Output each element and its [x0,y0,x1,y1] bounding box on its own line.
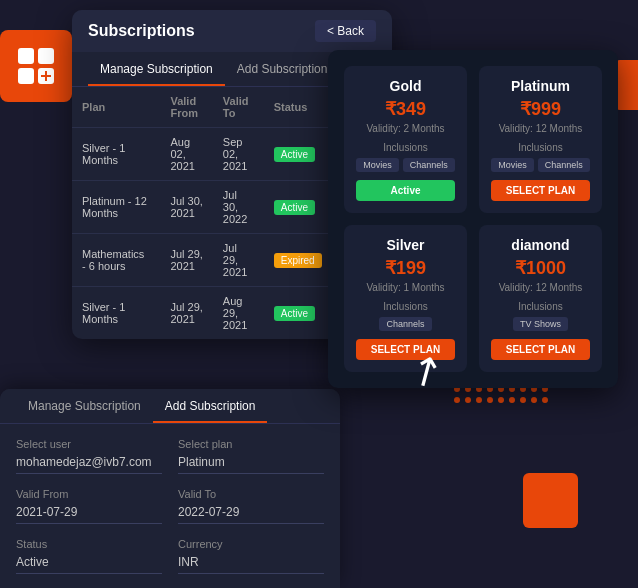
plan-card: Platinum ₹999 Validity: 12 Months Inclus… [479,66,602,213]
dot-decoration [454,386,548,403]
plan-name: Silver [356,237,455,253]
plan-validity: Validity: 12 Months [491,282,590,293]
status-badge: Active [274,147,315,162]
plan-tags: MoviesChannels [491,158,590,172]
plan-validity: Validity: 12 Months [491,123,590,134]
form-field-label: Status [16,538,162,550]
plan-tag: Channels [403,158,455,172]
col-status: Status [264,87,332,128]
inclusions-label: Inclusions [356,142,455,153]
form-field-label: Currency [178,538,324,550]
grid-cell-2 [38,48,54,64]
plan-name: Gold [356,78,455,94]
cell-status: Active [264,287,332,340]
cell-plan: Silver - 1 Months [72,128,160,181]
form-field: Status Active [16,538,162,574]
add-subscription-panel: Manage Subscription Add Subscription Sel… [0,389,340,588]
dot-14 [498,397,504,403]
col-plan: Plan [72,87,160,128]
cell-plan: Silver - 1 Months [72,287,160,340]
add-panel-tabs: Manage Subscription Add Subscription [0,389,340,424]
inclusions-label: Inclusions [491,301,590,312]
dot-15 [509,397,515,403]
plan-tag: TV Shows [513,317,568,331]
plan-price: ₹199 [356,257,455,279]
cell-valid-to: Jul 30, 2022 [213,181,264,234]
cell-plan: Mathematics - 6 hours [72,234,160,287]
cell-valid-from: Jul 29, 2021 [160,234,212,287]
cell-plan: Platinum - 12 Months [72,181,160,234]
accent-bar-right [616,60,638,110]
plan-select-button[interactable]: SELECT PLAN [491,339,590,360]
tab-add-subscription[interactable]: Add Subscription [225,52,340,86]
cell-valid-to: Sep 02, 2021 [213,128,264,181]
plans-panel: Gold ₹349 Validity: 2 Months Inclusions … [328,50,618,388]
form-field-value[interactable]: mohamedejaz@ivb7.com [16,455,162,474]
dot-17 [531,397,537,403]
plan-tag: Movies [491,158,534,172]
plan-card: Gold ₹349 Validity: 2 Months Inclusions … [344,66,467,213]
form-field-label: Select user [16,438,162,450]
grid-cell-1 [18,48,34,64]
cell-valid-from: Jul 30, 2021 [160,181,212,234]
form-field-value[interactable]: Active [16,555,162,574]
grid-cell-3 [18,68,34,84]
cell-valid-from: Aug 02, 2021 [160,128,212,181]
plan-name: Platinum [491,78,590,94]
panel-title: Subscriptions [88,22,195,40]
cell-status: Active [264,181,332,234]
cell-status: Active [264,128,332,181]
form-field-value[interactable]: 2021-07-29 [16,505,162,524]
col-valid-from: Valid From [160,87,212,128]
plan-select-button[interactable]: SELECT PLAN [491,180,590,201]
status-badge: Active [274,306,315,321]
form-field-label: Valid From [16,488,162,500]
form-field: Select user mohamedejaz@ivb7.com [16,438,162,474]
inclusions-label: Inclusions [491,142,590,153]
form-field-value[interactable]: 2022-07-29 [178,505,324,524]
dot-16 [520,397,526,403]
plan-tag: Channels [538,158,590,172]
plan-tags: MoviesChannels [356,158,455,172]
plan-price: ₹349 [356,98,455,120]
add-tab-manage[interactable]: Manage Subscription [16,389,153,423]
plan-validity: Validity: 2 Months [356,123,455,134]
plan-tags: Channels [356,317,455,331]
add-tab-add[interactable]: Add Subscription [153,389,268,423]
accent-square-br [523,473,578,528]
plan-select-button[interactable]: Active [356,180,455,201]
grid-cell-plus [38,68,54,84]
plan-tag: Channels [379,317,431,331]
form-field: Valid To 2022-07-29 [178,488,324,524]
form-field: Select plan Platinum [178,438,324,474]
plan-tag: Movies [356,158,399,172]
form-field-value[interactable]: INR [178,555,324,574]
cell-status: Expired [264,234,332,287]
plan-price: ₹999 [491,98,590,120]
form-field-label: Valid To [178,488,324,500]
plan-card: diamond ₹1000 Validity: 12 Months Inclus… [479,225,602,372]
cell-valid-from: Jul 29, 2021 [160,287,212,340]
back-button[interactable]: < Back [315,20,376,42]
cell-valid-to: Jul 29, 2021 [213,234,264,287]
form-field: Currency INR [178,538,324,574]
plan-card: Silver ₹199 Validity: 1 Months Inclusion… [344,225,467,372]
cell-valid-to: Aug 29, 2021 [213,287,264,340]
form-field-value[interactable]: Platinum [178,455,324,474]
dot-10 [454,397,460,403]
status-badge: Active [274,200,315,215]
tab-manage-subscription[interactable]: Manage Subscription [88,52,225,86]
status-badge: Expired [274,253,322,268]
add-form-content: Select user mohamedejaz@ivb7.com Select … [0,424,340,588]
plan-tags: TV Shows [491,317,590,331]
plan-validity: Validity: 1 Months [356,282,455,293]
dot-12 [476,397,482,403]
inclusions-label: Inclusions [356,301,455,312]
dot-13 [487,397,493,403]
form-field: Valid From 2021-07-29 [16,488,162,524]
dot-11 [465,397,471,403]
dot-18 [542,397,548,403]
col-valid-to: Valid To [213,87,264,128]
plan-name: diamond [491,237,590,253]
panel-header: Subscriptions < Back [72,10,392,52]
